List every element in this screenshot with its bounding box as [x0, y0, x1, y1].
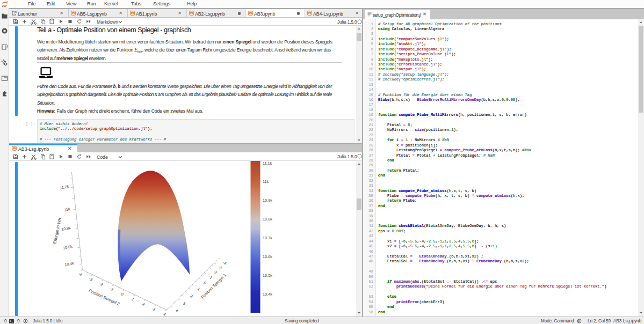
svg-text:10.6k: 10.6k: [263, 254, 272, 259]
svg-text:Energie in Wh: Energie in Wh: [52, 218, 62, 245]
svg-text:10.5k: 10.5k: [263, 273, 272, 278]
svg-text:10.6k: 10.6k: [62, 244, 73, 251]
svg-text:-2: -2: [98, 281, 104, 287]
svg-text:-2: -2: [213, 269, 218, 275]
svg-text:1: 1: [197, 286, 201, 292]
svg-text:10.7k: 10.7k: [263, 235, 272, 240]
svg-text:-3: -3: [218, 264, 223, 270]
svg-text:0: 0: [202, 280, 207, 285]
svg-text:11.2k: 11.2k: [60, 184, 70, 190]
svg-text:4: 4: [175, 308, 179, 314]
svg-text:4: 4: [162, 312, 167, 316]
svg-text:10.8k: 10.8k: [61, 225, 71, 232]
svg-text:Position Spiegel 2: Position Spiegel 2: [88, 288, 121, 306]
svg-text:3: 3: [182, 301, 186, 306]
svg-text:10.9k: 10.9k: [263, 198, 272, 203]
svg-text:11k: 11k: [263, 179, 269, 184]
svg-text:-1: -1: [208, 274, 213, 280]
svg-text:11k: 11k: [64, 207, 71, 212]
svg-text:Position Spiegel 1: Position Spiegel 1: [200, 273, 228, 300]
svg-text:-4: -4: [222, 260, 227, 266]
svg-text:2: 2: [141, 301, 146, 307]
svg-text:-3: -3: [88, 276, 93, 282]
svg-text:1: 1: [131, 297, 135, 302]
svg-text:10.8k: 10.8k: [263, 217, 272, 222]
svg-text:3: 3: [151, 307, 156, 312]
svg-text:-1: -1: [109, 286, 114, 292]
svg-text:10.4k: 10.4k: [64, 261, 74, 267]
svg-text:10.4k: 10.4k: [263, 292, 272, 297]
svg-text:11.1k: 11.1k: [263, 161, 272, 166]
svg-text:-4: -4: [77, 271, 83, 277]
svg-text:2: 2: [190, 293, 194, 299]
svg-text:0: 0: [120, 292, 125, 297]
